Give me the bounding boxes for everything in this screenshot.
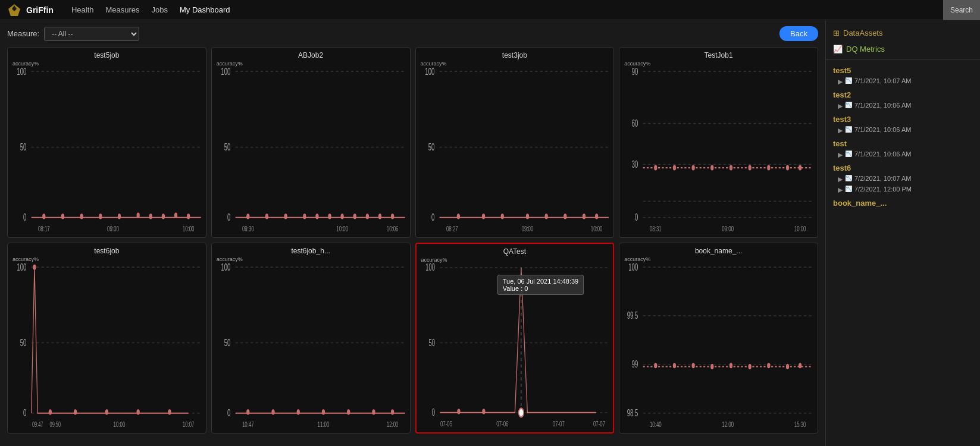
chart-svg-abjob2: 100 50 0 [217, 61, 405, 234]
svg-point-126 [347, 409, 350, 414]
chart-testjob1[interactable]: TestJob1 accuracy% 90 60 30 0 [619, 47, 818, 238]
trend-icon-test3-0: 📉 [845, 126, 852, 133]
svg-text:100: 100 [221, 66, 230, 77]
svg-text:10:00: 10:00 [336, 224, 348, 233]
chart-ylabel-test5job: accuracy% [12, 61, 39, 67]
chart-title-test6job: test6job [12, 247, 201, 255]
svg-point-122 [246, 409, 249, 414]
svg-text:100: 100 [221, 262, 230, 272]
chart-test6job-h[interactable]: test6job_h... accuracy% 100 50 0 [211, 243, 411, 434]
sidebar-group-test5[interactable]: test5 [826, 62, 980, 76]
svg-text:08:27: 08:27 [446, 224, 458, 233]
svg-point-123 [271, 409, 274, 414]
svg-point-38 [340, 213, 343, 219]
svg-text:100: 100 [425, 66, 434, 77]
sidebar-entry-test3-0[interactable]: ▶ 📉 7/1/2021, 10:06 AM [826, 125, 980, 136]
arrow-icon-test3-0: ▶ [838, 127, 843, 134]
trend-icon-test-0: 📉 [845, 150, 852, 157]
svg-point-11 [80, 213, 83, 219]
svg-point-105 [137, 409, 140, 414]
chart-book-name[interactable]: book_name_... accuracy% 100 99.5 99 98.5 [619, 243, 818, 434]
svg-text:10:00: 10:00 [794, 224, 806, 233]
search-button[interactable]: Search [943, 0, 980, 20]
svg-point-34 [284, 213, 287, 219]
entry-text-test5-0: 7/1/2021, 10:07 AM [854, 77, 911, 84]
nav-measures[interactable]: Measures [105, 5, 139, 14]
svg-text:50: 50 [20, 142, 27, 152]
svg-text:0: 0 [23, 212, 26, 222]
nav-health[interactable]: Health [71, 5, 94, 14]
chart-qatest[interactable]: QATest accuracy% Tue, 06 Jul 2021 14:48:… [415, 243, 615, 434]
svg-point-164 [692, 363, 695, 368]
svg-point-101 [33, 265, 36, 270]
sidebar-group-test2[interactable]: test2 [826, 87, 980, 100]
chart-area-test5job: accuracy% 100 50 0 [12, 61, 201, 234]
sidebar-entry-test-0[interactable]: ▶ 📉 7/1/2021, 10:06 AM [826, 149, 980, 160]
svg-point-168 [767, 363, 770, 368]
svg-text:08:17: 08:17 [38, 224, 50, 233]
sidebar-group-test3[interactable]: test3 [826, 111, 980, 125]
svg-point-165 [710, 364, 713, 369]
svg-text:15:30: 15:30 [794, 420, 806, 429]
back-button[interactable]: Back [779, 26, 818, 41]
svg-text:0: 0 [227, 212, 230, 222]
chart-title-test3job: test3job [421, 51, 609, 59]
svg-text:0: 0 [635, 212, 638, 222]
arrow-icon-test6-1: ▶ [838, 186, 843, 194]
chart-svg-book-name: 100 99.5 99 98.5 [624, 256, 813, 429]
svg-point-60 [544, 213, 547, 219]
trend-icon-test2-0: 📉 [845, 102, 852, 108]
chart-area-abjob2: accuracy% 100 50 0 [217, 61, 405, 234]
chart-test6job[interactable]: test6job accuracy% 100 50 0 [7, 243, 206, 434]
chart-title-abjob2: ABJob2 [217, 51, 405, 59]
nav-mydashboard[interactable]: My Dashboard [180, 5, 230, 14]
main-area: Measure: -- All -- Back test5job accurac… [0, 20, 980, 446]
sidebar-entry-test2-0[interactable]: ▶ 📉 7/1/2021, 10:06 AM [826, 100, 980, 111]
sidebar-entry-test6-0[interactable]: ▶ 📉 7/2/2021, 10:07 AM [826, 174, 980, 184]
nav-jobs[interactable]: Jobs [152, 5, 168, 14]
svg-point-169 [786, 364, 789, 369]
chart-abjob2[interactable]: ABJob2 accuracy% 100 50 0 [211, 47, 411, 238]
sidebar-dq-metrics[interactable]: 📈 DQ Metrics [826, 41, 980, 57]
chart-svg-test6job-h: 100 50 0 10:47 07-02 11:00 [217, 256, 405, 429]
svg-point-18 [187, 213, 190, 219]
chart-test5job[interactable]: test5job accuracy% 100 50 0 [7, 47, 206, 238]
svg-text:50: 50 [20, 337, 27, 348]
svg-point-128 [391, 409, 394, 414]
svg-point-127 [372, 409, 375, 414]
sidebar-group-test6[interactable]: test6 [826, 160, 980, 174]
svg-point-62 [582, 213, 585, 219]
svg-text:98.5: 98.5 [627, 407, 638, 418]
chart-ylabel-abjob2: accuracy% [217, 61, 243, 67]
svg-point-9 [42, 213, 45, 219]
measure-select[interactable]: -- All -- [44, 27, 139, 41]
sidebar-entry-test6-1[interactable]: ▶ 📉 7/2/2021, 12:00 PM [826, 184, 980, 195]
arrow-icon-test6-0: ▶ [838, 175, 843, 183]
sidebar-data-assets[interactable]: ⊞ DataAssets [826, 25, 980, 41]
sidebar-entry-test5-0[interactable]: ▶ 📉 7/1/2021, 10:07 AM [826, 76, 980, 87]
svg-point-88 [799, 165, 801, 171]
svg-point-63 [594, 213, 597, 219]
entry-text-test-0: 7/1/2021, 10:06 AM [854, 150, 911, 158]
chart-test3job[interactable]: test3job accuracy% 100 50 0 [415, 47, 615, 238]
svg-text:10:00: 10:00 [590, 224, 602, 233]
svg-point-86 [767, 165, 770, 171]
svg-point-10 [61, 213, 64, 219]
logo[interactable]: GriFfin [6, 3, 54, 17]
chart-area-test6job-h: accuracy% 100 50 0 [217, 256, 405, 429]
chart-title-qatest: QATest [421, 247, 609, 256]
sidebar-group-book-name[interactable]: book_name_... [826, 195, 980, 209]
sidebar-group-test[interactable]: test [826, 136, 980, 149]
svg-point-12 [99, 213, 102, 219]
svg-text:0: 0 [431, 407, 434, 418]
svg-point-33 [265, 213, 268, 219]
chart-svg-qatest: 100 50 0 07-05 2021 07-06 [421, 257, 609, 429]
svg-text:0: 0 [23, 407, 26, 418]
svg-text:12:00: 12:00 [386, 420, 398, 429]
svg-point-41 [378, 213, 381, 219]
trend-icon-test6-0: 📉 [845, 175, 852, 181]
chart-area-qatest: accuracy% Tue, 06 Jul 2021 14:48:39 Valu… [421, 257, 609, 429]
svg-point-166 [729, 363, 732, 368]
trend-icon-test5-0: 📉 [845, 77, 852, 84]
chart-title-test5job: test5job [12, 51, 201, 59]
